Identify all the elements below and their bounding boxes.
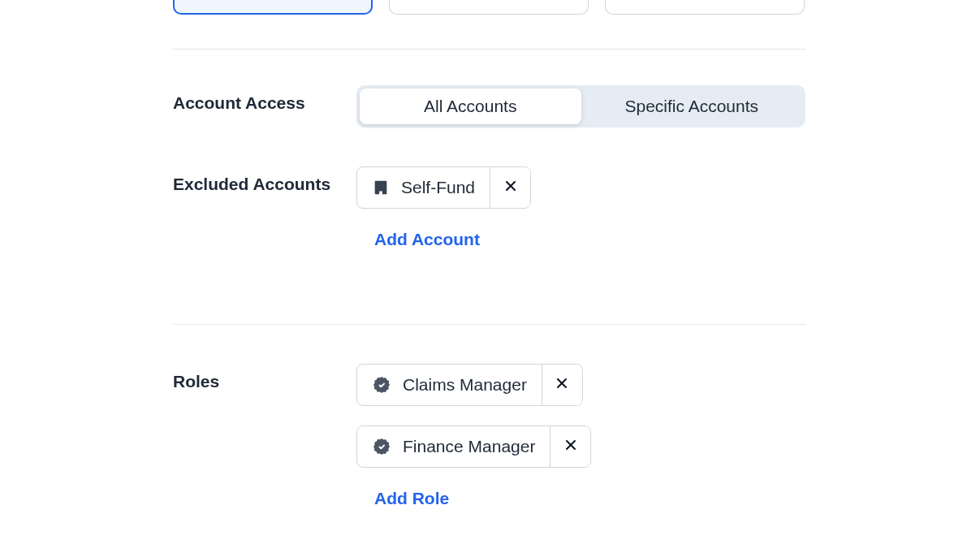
toggle-specific-accounts-label: Specific Accounts [624,97,758,116]
account-access-row: Account Access All Accounts Specific Acc… [173,50,806,127]
close-icon [554,375,570,395]
close-icon [503,178,519,197]
account-access-label: Account Access [173,85,356,113]
role-chip: Finance Manager [356,425,591,468]
role-chip-body[interactable]: Claims Manager [357,365,542,405]
roles-label: Roles [173,364,356,391]
toggle-all-accounts-label: All Accounts [424,97,516,116]
excluded-accounts-label: Excluded Accounts [173,166,356,194]
account-access-toggle: All Accounts Specific Accounts [356,85,805,127]
role-name: Finance Manager [403,437,535,456]
remove-role-button[interactable] [542,365,582,405]
option-card-2[interactable] [389,0,589,15]
remove-excluded-account-button[interactable] [490,167,530,208]
badge-check-icon [372,437,391,456]
excluded-account-name: Self-Fund [401,178,475,197]
remove-role-button[interactable] [550,426,590,467]
add-role-link[interactable]: Add Role [374,489,449,508]
top-option-cards [173,0,806,15]
badge-check-icon [372,375,391,395]
excluded-accounts-list: Self-Fund [356,166,806,209]
excluded-account-chip-body[interactable]: Self-Fund [357,167,490,208]
option-card-3[interactable] [605,0,805,15]
roles-list: Claims Manager [356,364,806,468]
building-icon [372,179,390,196]
roles-row: Roles Claims Manager [173,325,806,508]
excluded-account-chip: Self-Fund [356,166,531,209]
toggle-all-accounts[interactable]: All Accounts [360,89,581,124]
close-icon [563,437,579,456]
option-card-1[interactable] [173,0,373,15]
role-name: Claims Manager [403,375,527,395]
role-chip-body[interactable]: Finance Manager [357,426,550,467]
add-account-link[interactable]: Add Account [374,230,480,249]
toggle-specific-accounts[interactable]: Specific Accounts [581,89,803,124]
excluded-accounts-row: Excluded Accounts Self-Fund [173,127,806,249]
role-chip: Claims Manager [356,364,583,406]
